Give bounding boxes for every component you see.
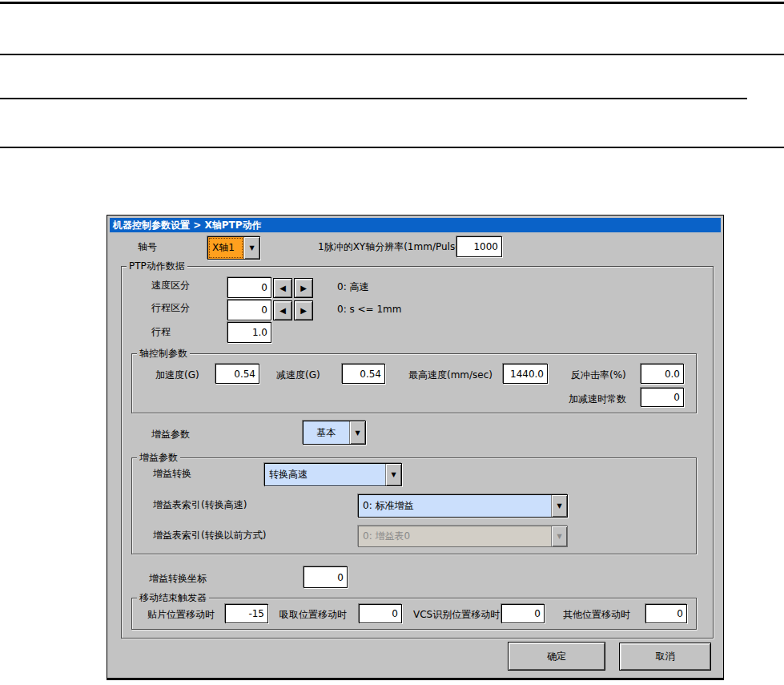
gain-param-combo-value: 基本 [304,421,349,444]
gain-switch-label: 增益转换 [153,468,191,479]
speed-class-label: 速度区分 [151,280,190,291]
gain-table-high-label: 增益表索引(转换高速) [153,499,247,510]
arrow-right-icon: ▶ [300,284,307,292]
arrow-right-icon: ▶ [300,307,307,315]
stroke-class-hint: 0: s <= 1mm [337,304,402,315]
chevron-down-icon[interactable]: ▼ [349,421,365,444]
acceleration-field[interactable] [215,364,259,384]
machine-control-dialog: 机器控制参数设置 > X轴PTP动作 轴号 X轴1 ▼ 1脉冲的XY轴分辨率(1… [107,215,724,680]
mount-pos-field[interactable] [225,604,268,623]
axis-number-combo-value: X轴1 [208,237,243,259]
gain-table-prev-combo: 0: 增益表0 ▼ [358,526,568,547]
stroke-class-field[interactable] [227,300,271,320]
accel-time-const-field[interactable] [641,388,684,407]
anti-shock-rate-label: 反冲击率(%) [571,369,626,381]
other-pos-label: 其他位置移动时 [563,609,630,620]
gain-table-high-combo-value: 0: 标准增益 [359,495,551,517]
gain-table-high-combo[interactable]: 0: 标准增益 ▼ [358,494,568,518]
axis-number-combo[interactable]: X轴1 ▼ [207,236,260,260]
chevron-down-icon[interactable]: ▼ [385,464,401,486]
page-rule-4 [0,147,784,148]
chevron-down-icon: ▼ [551,526,567,546]
max-speed-field[interactable] [503,364,548,384]
resolution-field[interactable] [456,236,502,257]
other-pos-field[interactable] [645,604,687,623]
arrow-left-icon: ◀ [279,307,286,315]
dialog-title-bar[interactable]: 机器控制参数设置 > X轴PTP动作 [110,218,721,232]
deceleration-field[interactable] [342,364,385,384]
cancel-button[interactable]: 取消 [619,643,711,671]
gain-switch-coord-label: 增益转换坐标 [149,573,207,584]
page-rule-2 [0,54,784,55]
gain-param-label: 增益参数 [151,429,190,440]
axis-control-group-title: 轴控制参数 [137,348,190,359]
page-rule-3 [0,98,747,99]
axis-number-label: 轴号 [138,241,157,252]
gain-table-prev-combo-value: 0: 增益表0 [359,526,551,546]
speed-class-hint: 0: 高速 [337,281,369,292]
arrow-left-icon: ◀ [279,284,286,292]
gain-table-prev-label: 增益表索引(转换以前方式) [153,530,266,541]
ptp-action-data-group-title: PTP动作数据 [127,260,187,272]
speed-class-prev-button[interactable]: ◀ [273,278,292,298]
stroke-label: 行程 [151,326,171,337]
max-speed-label: 最高速度(mm/sec) [408,369,493,381]
gain-switch-combo[interactable]: 转换高速 ▼ [264,463,402,486]
ok-button[interactable]: 确定 [508,642,605,671]
resolution-label: 1脉冲的XY轴分辨率(1mm/Pulse) [318,241,464,252]
accel-time-const-label: 加减速时常数 [569,393,626,405]
pick-pos-field[interactable] [359,604,402,623]
pick-pos-label: 吸取位置移动时 [279,609,347,620]
chevron-down-icon[interactable]: ▼ [551,495,567,517]
stroke-class-label: 行程区分 [151,302,190,313]
acceleration-label: 加速度(G) [155,369,199,381]
stroke-class-prev-button[interactable]: ◀ [273,300,292,320]
vcs-pos-field[interactable] [501,604,545,623]
mount-pos-label: 贴片位置移动时 [147,609,215,620]
move-end-trigger-group-title: 移动结束触发器 [137,592,209,603]
deceleration-label: 减速度(G) [276,369,320,381]
ptp-action-data-group: PTP动作数据 [121,266,714,639]
chevron-down-icon[interactable]: ▼ [243,237,259,259]
stroke-field[interactable] [227,322,271,343]
vcs-pos-label: VCS识别位置移动时 [413,609,500,620]
gain-switch-combo-value: 转换高速 [265,464,385,486]
speed-class-field[interactable] [227,277,271,298]
gain-param-combo[interactable]: 基本 ▼ [303,421,366,445]
page-rule-top [0,2,784,4]
stroke-class-next-button[interactable]: ▶ [294,300,313,320]
gain-switch-coord-field[interactable] [304,566,348,588]
speed-class-next-button[interactable]: ▶ [294,278,313,298]
anti-shock-rate-field[interactable] [641,364,684,384]
gain-parameters-group-title: 增益参数 [137,452,180,463]
